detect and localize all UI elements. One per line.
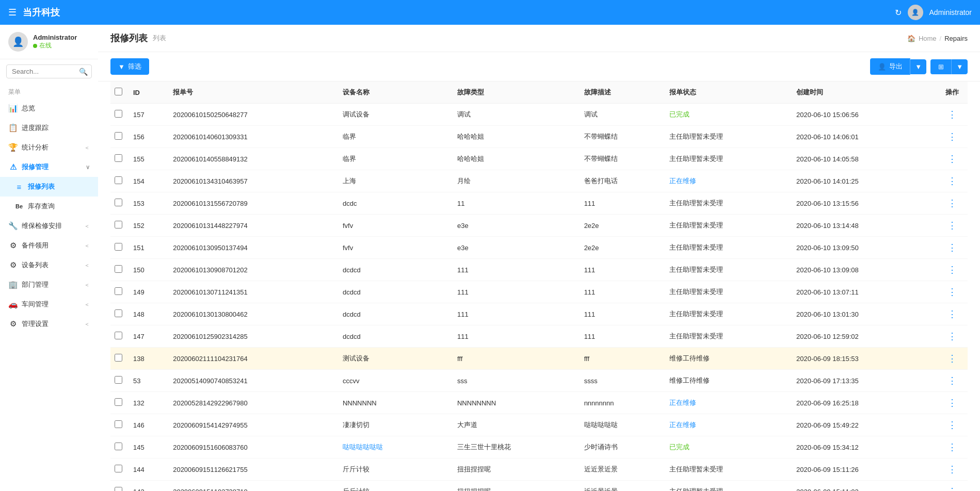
row-action-button[interactable]: ⋮ <box>945 397 959 408</box>
row-checkbox[interactable] <box>115 376 122 384</box>
page-subtitle: 列表 <box>153 34 166 43</box>
row-action-button[interactable]: ⋮ <box>945 220 959 231</box>
cell-fault-desc: nnnnnnnn <box>580 392 666 414</box>
cell-status: 主任助理暂未受理 <box>665 281 792 303</box>
cell-fault-type: e3e <box>453 237 580 259</box>
row-checkbox[interactable] <box>115 287 122 295</box>
chevron-right-icon: ＜ <box>84 281 90 289</box>
row-action-button[interactable]: ⋮ <box>945 242 959 253</box>
sidebar-item-label: 报修管理 <box>22 162 82 172</box>
export-button[interactable]: 👤 导出 <box>870 58 910 75</box>
row-checkbox[interactable] <box>115 221 122 228</box>
filter-button[interactable]: ▼ 筛选 <box>110 58 149 75</box>
row-action-button[interactable]: ⋮ <box>945 308 959 320</box>
device-link[interactable]: 哒哒哒哒哒哒 <box>343 443 383 451</box>
settings-icon: ⚙ <box>8 319 18 329</box>
sidebar-item-departments[interactable]: 🏢 部门管理 ＜ <box>0 275 98 294</box>
row-checkbox[interactable] <box>115 154 122 162</box>
row-action-button[interactable]: ⋮ <box>945 419 959 431</box>
row-checkbox[interactable] <box>115 243 122 251</box>
row-action-button[interactable]: ⋮ <box>945 441 959 453</box>
sidebar-item-devices[interactable]: ⚙ 设备列表 ＜ <box>0 255 98 275</box>
cell-id: 143 <box>129 481 169 492</box>
row-action-button[interactable]: ⋮ <box>945 264 959 275</box>
row-action-button[interactable]: ⋮ <box>945 286 959 298</box>
cell-status: 维修工待维修 <box>665 370 792 392</box>
cell-action: ⋮ <box>937 414 968 436</box>
sidebar-item-label: 报修列表 <box>28 182 90 191</box>
cell-status: 主任助理暂未受理 <box>665 259 792 281</box>
columns-dropdown-button[interactable]: ▼ <box>952 59 968 74</box>
row-action-button[interactable]: ⋮ <box>945 486 959 491</box>
columns-icon: ⊞ <box>938 63 944 71</box>
row-checkbox[interactable] <box>115 354 122 362</box>
trophy-icon: 🏆 <box>8 143 18 152</box>
sidebar-item-parts[interactable]: ⚙ 备件领用 ＜ <box>0 236 98 255</box>
row-checkbox[interactable] <box>115 265 122 273</box>
sidebar-item-inventory[interactable]: Be 库存查询 <box>0 197 98 216</box>
home-icon: 🏠 <box>907 35 915 42</box>
cell-order-no: 20200610130908701202 <box>169 259 339 281</box>
sidebar-item-track[interactable]: 📋 进度跟踪 <box>0 118 98 138</box>
status-dot <box>33 44 37 48</box>
row-checkbox[interactable] <box>115 465 122 472</box>
menu-icon[interactable]: ☰ <box>8 7 17 18</box>
cell-fault-type: 11 <box>453 192 580 215</box>
cell-fault-desc: 不带蝴蝶结 <box>580 148 666 170</box>
row-action-button[interactable]: ⋮ <box>945 175 959 187</box>
cell-id: 144 <box>129 459 169 481</box>
sidebar-item-stats[interactable]: 🏆 统计分析 ＜ <box>0 138 98 157</box>
chevron-right-icon: ＜ <box>84 222 90 230</box>
row-checkbox[interactable] <box>115 420 122 428</box>
cell-order-no: 20200514090740853241 <box>169 370 339 392</box>
search-button[interactable]: 🔍 <box>79 68 88 76</box>
cell-fault-desc: 近近景近景 <box>580 481 666 492</box>
row-checkbox[interactable] <box>115 110 122 118</box>
columns-button[interactable]: ⊞ <box>930 59 952 74</box>
sidebar-item-label: 车间管理 <box>22 300 80 309</box>
table-row: 145 20200609151606083760 哒哒哒哒哒哒 三生三世十里桃花… <box>110 436 968 459</box>
cell-fault-type: 111 <box>453 303 580 325</box>
row-action-button[interactable]: ⋮ <box>945 109 959 120</box>
sidebar-item-workshop[interactable]: 🚗 车间管理 ＜ <box>0 294 98 314</box>
select-all-checkbox[interactable] <box>115 88 122 95</box>
cell-fault-desc: 2e2e <box>580 215 666 237</box>
row-action-button[interactable]: ⋮ <box>945 198 959 209</box>
page-title: 报修列表 <box>110 32 148 44</box>
row-checkbox[interactable] <box>115 487 122 491</box>
table-row: 149 20200610130711241351 dcdcd 111 111 主… <box>110 281 968 303</box>
refresh-icon[interactable]: ↻ <box>895 8 902 18</box>
cell-fault-desc: 2e2e <box>580 237 666 259</box>
sidebar-item-repair-mgmt[interactable]: ⚠ 报修管理 ∨ <box>0 157 98 177</box>
row-checkbox[interactable] <box>115 443 122 450</box>
row-action-button[interactable]: ⋮ <box>945 153 959 165</box>
chevron-down-icon-2: ▼ <box>956 63 963 71</box>
row-checkbox[interactable] <box>115 309 122 317</box>
toolbar-left: ▼ 筛选 <box>110 58 149 75</box>
cell-device: 哒哒哒哒哒哒 <box>339 436 453 459</box>
cell-order-no: 20200610130711241351 <box>169 281 339 303</box>
sidebar-item-settings[interactable]: ⚙ 管理设置 ＜ <box>0 314 98 334</box>
sidebar-item-maintenance[interactable]: 🔧 维保检修安排 ＜ <box>0 216 98 236</box>
cell-device: dcdcd <box>339 325 453 348</box>
row-action-button[interactable]: ⋮ <box>945 353 959 364</box>
sidebar-item-label: 部门管理 <box>22 280 80 289</box>
user-avatar-top: 👤 <box>908 5 923 20</box>
row-action-button[interactable]: ⋮ <box>945 464 959 475</box>
stock-icon: Be <box>14 203 24 209</box>
sidebar-item-repair-list[interactable]: ≡ 报修列表 <box>0 177 98 197</box>
row-checkbox[interactable] <box>115 332 122 339</box>
col-fault-type: 故障类型 <box>453 81 580 104</box>
row-checkbox[interactable] <box>115 176 122 184</box>
row-checkbox[interactable] <box>115 132 122 140</box>
row-action-button[interactable]: ⋮ <box>945 131 959 142</box>
breadcrumb-home[interactable]: Home <box>919 35 937 42</box>
row-action-button[interactable]: ⋮ <box>945 331 959 342</box>
export-dropdown-button[interactable]: ▼ <box>910 59 926 74</box>
row-action-button[interactable]: ⋮ <box>945 375 959 386</box>
row-checkbox[interactable] <box>115 199 122 206</box>
cell-created: 2020-06-10 12:59:02 <box>792 325 937 348</box>
row-checkbox[interactable] <box>115 398 122 406</box>
cell-device: 斤斤计较 <box>339 481 453 492</box>
sidebar-item-dashboard[interactable]: 📊 总览 <box>0 99 98 118</box>
